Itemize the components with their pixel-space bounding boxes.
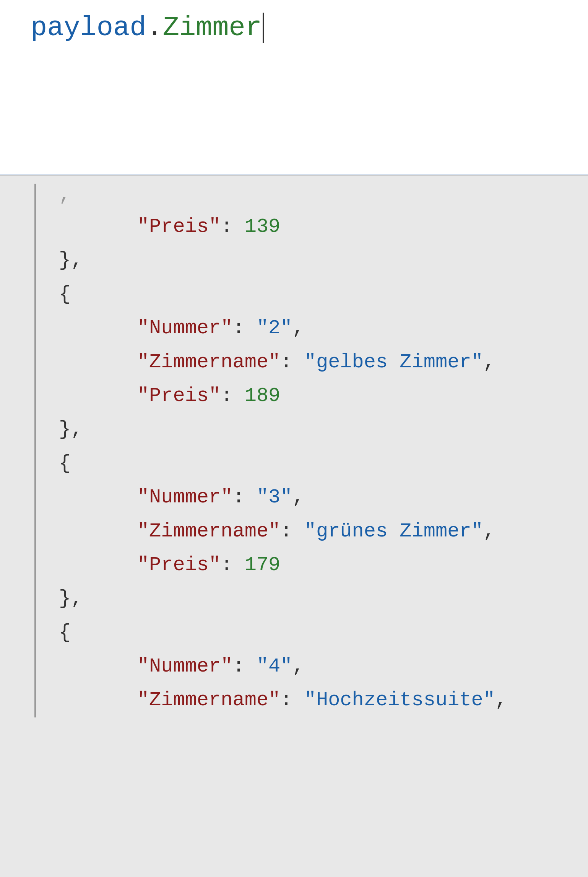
json-punct: { xyxy=(59,621,71,644)
json-string: "4" xyxy=(257,655,292,678)
json-punct: : xyxy=(280,689,304,711)
json-string: "grünes Zimmer" xyxy=(304,520,483,543)
json-line: "Zimmername": "gelbes Zimmer", xyxy=(59,346,588,379)
json-punct: , xyxy=(483,520,495,543)
json-punct: : xyxy=(232,486,256,509)
json-punct: : xyxy=(232,317,256,339)
json-key: "Nummer" xyxy=(137,486,233,509)
json-line: }, xyxy=(59,582,588,616)
editor-dot: . xyxy=(146,11,162,44)
json-string: "Hochzeitssuite" xyxy=(304,689,495,711)
json-key: "Nummer" xyxy=(137,655,233,678)
json-key: "Preis" xyxy=(137,215,221,238)
json-key: "Preis" xyxy=(137,554,221,576)
json-string: "2" xyxy=(257,317,292,339)
json-output-panel: , "Preis": 139 }, { "Nummer": "2", "Zimm… xyxy=(0,176,588,877)
json-punct: , xyxy=(495,689,507,711)
json-key: "Zimmername" xyxy=(137,351,280,373)
json-line: "Zimmername": "Hochzeitssuite", xyxy=(59,683,588,717)
json-key: "Nummer" xyxy=(137,317,233,339)
json-number: 189 xyxy=(245,385,281,407)
json-punct: }, xyxy=(59,587,83,610)
json-line: "Zimmername": "grünes Zimmer", xyxy=(59,515,588,548)
json-key: "Zimmername" xyxy=(137,689,280,711)
editor-underline xyxy=(0,174,588,175)
json-line: "Nummer": "3", xyxy=(59,481,588,514)
json-top-cutoff: , xyxy=(34,184,588,210)
json-punct: : xyxy=(280,520,304,543)
json-line: { xyxy=(59,278,588,311)
json-number: 179 xyxy=(245,554,281,576)
editor-payload-keyword: payload xyxy=(31,11,146,44)
editor-cursor xyxy=(263,13,264,43)
json-key: "Preis" xyxy=(137,385,221,407)
json-punct: , xyxy=(292,655,304,678)
json-punct: }, xyxy=(59,249,83,272)
json-line: }, xyxy=(59,244,588,277)
json-punct: , xyxy=(483,351,495,373)
json-line: "Nummer": "4", xyxy=(59,650,588,683)
json-punct: : xyxy=(221,554,244,576)
json-line: "Preis": 139 xyxy=(59,210,588,244)
json-line: { xyxy=(59,616,588,650)
json-line: { xyxy=(59,447,588,481)
json-punct: { xyxy=(59,283,71,306)
json-string: "3" xyxy=(257,486,292,509)
json-punct: , xyxy=(292,486,304,509)
json-punct: : xyxy=(232,655,256,678)
json-key: "Zimmername" xyxy=(137,520,280,543)
json-line: }, xyxy=(59,413,588,447)
json-punct: : xyxy=(280,351,304,373)
editor-zimmer-keyword: Zimmer xyxy=(163,11,262,44)
json-number: 139 xyxy=(245,215,281,238)
editor-input-line[interactable]: payload . Zimmer xyxy=(31,11,557,44)
json-punct: }, xyxy=(59,418,83,441)
json-line: "Preis": 189 xyxy=(59,379,588,413)
json-punct: : xyxy=(221,385,244,407)
json-punct: , xyxy=(292,317,304,339)
json-string: "gelbes Zimmer" xyxy=(304,351,483,373)
editor-panel: payload . Zimmer xyxy=(0,0,588,176)
json-content: "Preis": 139 }, { "Nummer": "2", "Zimmer… xyxy=(34,210,588,717)
json-punct: { xyxy=(59,452,71,475)
json-line: "Nummer": "2", xyxy=(59,311,588,345)
json-line: "Preis": 179 xyxy=(59,548,588,582)
json-punct: : xyxy=(221,215,244,238)
